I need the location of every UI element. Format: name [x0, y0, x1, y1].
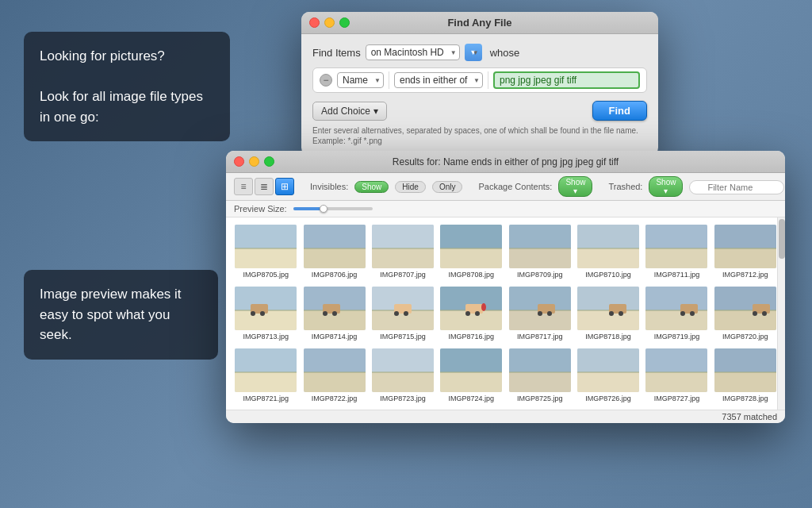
show3-arrow: ▾	[664, 187, 668, 195]
image-filename: IMGP8721.jpg	[243, 394, 289, 402]
svg-rect-19	[645, 248, 707, 268]
list-item[interactable]: IMGP8715.jpg	[370, 283, 436, 344]
list-item[interactable]: IMGP8723.jpg	[370, 345, 436, 406]
list-item[interactable]: IMGP8712.jpg	[712, 221, 779, 282]
value-input[interactable]	[493, 71, 640, 89]
svg-rect-77	[304, 372, 366, 392]
svg-point-53	[538, 311, 542, 316]
svg-rect-91	[645, 348, 707, 372]
find-button[interactable]: Find	[592, 101, 647, 121]
list-item[interactable]: IMGP8707.jpg	[370, 221, 436, 282]
svg-point-47	[475, 311, 480, 316]
show2-button[interactable]: Show ▾	[558, 176, 592, 197]
list-item[interactable]: IMGP8717.jpg	[507, 283, 573, 344]
svg-rect-7	[372, 248, 434, 268]
list-item[interactable]: IMGP8710.jpg	[575, 221, 642, 282]
maximize-button[interactable]	[339, 17, 350, 28]
svg-rect-95	[714, 372, 776, 392]
svg-point-54	[547, 311, 552, 316]
svg-rect-62	[645, 310, 707, 330]
list-item[interactable]: IMGP8727.jpg	[643, 345, 710, 406]
results-toolbar: ≡ ≣ ⊞ Invisibles: Show Hide Only Package…	[226, 173, 785, 201]
results-minimize-button[interactable]	[249, 156, 259, 167]
location-select[interactable]: on Macintosh HD	[366, 44, 460, 60]
add-choice-button[interactable]: Add Choice ▾	[312, 102, 387, 121]
svg-point-71	[753, 311, 757, 316]
matched-count: 7357 matched	[722, 412, 777, 421]
close-button[interactable]	[309, 17, 320, 28]
view-grid-button[interactable]: ⊞	[275, 178, 294, 195]
svg-rect-82	[440, 348, 502, 372]
image-filename: IMGP8720.jpg	[722, 333, 768, 341]
remove-criteria-button[interactable]: −	[320, 74, 332, 87]
svg-rect-88	[577, 348, 639, 372]
location-dropdown-btn[interactable]: ▼	[465, 44, 482, 61]
svg-rect-92	[645, 372, 707, 392]
list-item[interactable]: IMGP8713.jpg	[232, 283, 299, 344]
image-filename: IMGP8709.jpg	[517, 271, 563, 279]
svg-point-35	[332, 311, 337, 316]
detail-icon: ≣	[260, 181, 268, 192]
trashed-label: Trashed:	[608, 182, 642, 191]
list-item[interactable]: IMGP8726.jpg	[575, 345, 642, 406]
minimize-button[interactable]	[324, 17, 335, 28]
list-item[interactable]: IMGP8705.jpg	[232, 221, 299, 282]
results-maximize-button[interactable]	[264, 156, 274, 167]
list-item[interactable]: IMGP8716.jpg	[438, 283, 504, 344]
show-button[interactable]: Show	[354, 181, 389, 193]
list-item[interactable]: IMGP8718.jpg	[575, 283, 642, 344]
show3-label: Show	[656, 178, 676, 187]
grid-container: IMGP8705.jpgIMGP8706.jpgIMGP8707.jpgIMGP…	[226, 217, 785, 410]
list-item[interactable]: IMGP8706.jpg	[301, 221, 367, 282]
preview-size-label: Preview Size:	[234, 204, 287, 214]
hint-text: Enter several alternatives, separated by…	[312, 125, 647, 146]
svg-rect-76	[304, 348, 366, 372]
add-choice-label: Add Choice	[321, 106, 370, 117]
only-button[interactable]: Only	[432, 181, 463, 193]
svg-rect-22	[714, 248, 776, 268]
minus-icon: −	[323, 75, 328, 86]
view-list-button[interactable]: ≡	[234, 178, 253, 195]
results-title: Results for: Name ends in either of png …	[393, 156, 619, 167]
svg-point-60	[619, 311, 623, 316]
list-item[interactable]: IMGP8709.jpg	[507, 221, 573, 282]
preview-slider-thumb[interactable]	[320, 205, 327, 213]
image-filename: IMGP8707.jpg	[380, 271, 426, 279]
image-filename: IMGP8719.jpg	[654, 333, 700, 341]
view-detail-button[interactable]: ≣	[255, 178, 274, 195]
location-arrow-wrapper: ▼	[465, 44, 482, 61]
operator-select[interactable]: ends in either of	[394, 72, 483, 88]
preview-slider-container	[293, 203, 373, 214]
list-item[interactable]: IMGP8708.jpg	[438, 221, 504, 282]
preview-row: Preview Size:	[226, 201, 785, 217]
results-close-button[interactable]	[234, 156, 244, 167]
list-item[interactable]: IMGP8714.jpg	[301, 283, 367, 344]
svg-rect-55	[577, 287, 639, 310]
svg-rect-1	[235, 248, 297, 268]
list-item[interactable]: IMGP8711.jpg	[643, 221, 710, 282]
list-item[interactable]: IMGP8728.jpg	[712, 345, 779, 406]
list-item[interactable]: IMGP8724.jpg	[438, 345, 504, 406]
scrollbar[interactable]	[777, 217, 785, 410]
image-filename: IMGP8716.jpg	[449, 333, 495, 341]
svg-point-59	[609, 311, 614, 316]
list-item[interactable]: IMGP8719.jpg	[643, 283, 710, 344]
image-filename: IMGP8713.jpg	[243, 333, 289, 341]
filter-wrapper	[689, 179, 784, 194]
filter-input[interactable]	[689, 180, 784, 194]
show3-button[interactable]: Show ▾	[649, 176, 683, 197]
svg-rect-13	[509, 248, 571, 268]
svg-rect-56	[577, 310, 639, 330]
svg-rect-3	[304, 225, 366, 248]
criteria-separator-1	[389, 71, 389, 89]
svg-rect-73	[235, 348, 297, 372]
attribute-select[interactable]: Name	[337, 72, 384, 88]
scrollbar-thumb[interactable]	[779, 219, 785, 259]
list-item[interactable]: IMGP8725.jpg	[507, 345, 573, 406]
list-item[interactable]: IMGP8722.jpg	[301, 345, 367, 406]
list-icon: ≡	[240, 181, 246, 192]
svg-point-65	[680, 311, 685, 316]
hide-button[interactable]: Hide	[395, 181, 426, 193]
list-item[interactable]: IMGP8721.jpg	[232, 345, 299, 406]
list-item[interactable]: IMGP8720.jpg	[712, 283, 779, 344]
